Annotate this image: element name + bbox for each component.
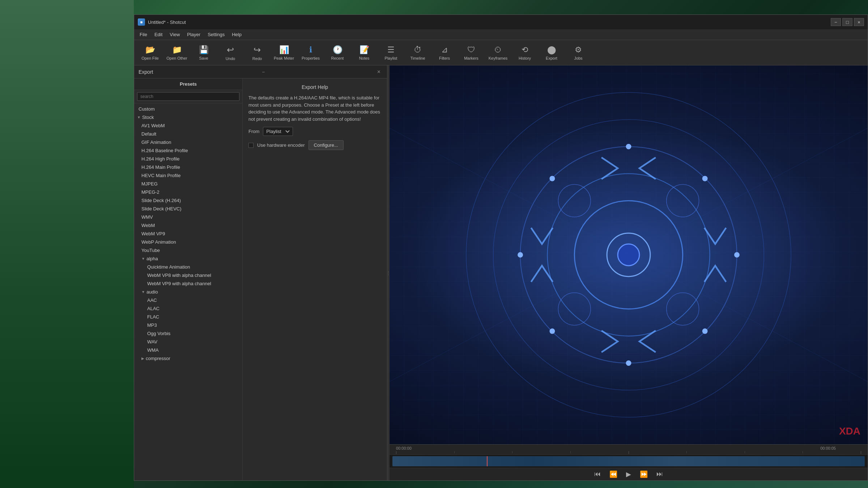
properties-icon: ℹ [309,45,312,55]
svg-point-8 [618,244,639,266]
title-bar: ■ Untitled* - Shotcut − □ × [134,15,868,29]
toolbar-export[interactable]: ⬤ Export [539,42,565,63]
preset-qt-animation[interactable]: Quicktime Animation [134,263,242,271]
toolbar-jobs[interactable]: ⚙ Jobs [565,42,591,63]
preset-category-stock[interactable]: ▼ Stock [134,113,242,121]
export-icon: ⬤ [547,45,556,55]
menu-settings[interactable]: Settings [204,30,228,39]
preset-hevc-main[interactable]: HEVC Main Profile [134,171,242,180]
toolbar-keyframes[interactable]: ⏲ Keyframes [485,42,511,63]
menu-help[interactable]: Help [228,30,245,39]
preset-wav[interactable]: WAV [134,338,242,346]
app-title: Untitled* - Shotcut [148,20,186,25]
minimize-button[interactable]: − [831,18,841,26]
watermark: XDA [839,425,860,437]
export-panel: Export − × Presets Custom [134,65,387,480]
svg-point-11 [734,252,740,258]
preset-webm-vp8-alpha[interactable]: WebM VP8 with alpha channel [134,271,242,279]
preset-slide-h264[interactable]: Slide Deck (H.264) [134,196,242,205]
toolbar-timeline[interactable]: ⏱ Timeline [405,42,431,63]
toolbar-redo[interactable]: ↪ Redo [244,42,270,63]
toolbar-open-file[interactable]: 📂 Open File [137,42,163,63]
panel-minimize-button[interactable]: − [260,68,267,76]
preset-webp-animation[interactable]: WebP Animation [134,238,242,246]
keyframes-icon: ⏲ [494,45,502,55]
preset-mpeg2[interactable]: MPEG-2 [134,188,242,196]
preset-av1-webm[interactable]: AV1 WebM [134,121,242,130]
toolbar-open-other[interactable]: 📁 Open Other [164,42,190,63]
jobs-label: Jobs [574,56,582,60]
export-from-select[interactable]: Playlist Timeline Clip [263,127,293,136]
svg-point-14 [549,329,555,334]
preset-category-alpha[interactable]: ▼ alpha [134,254,242,263]
toolbar-markers[interactable]: 🛡 Markers [458,42,484,63]
preset-wma[interactable]: WMA [134,346,242,354]
skip-forward-button[interactable]: ⏭ [655,469,664,479]
preset-mjpeg[interactable]: MJPEG [134,180,242,188]
menu-player[interactable]: Player [183,30,204,39]
preset-webm-vp9[interactable]: WebM VP9 [134,230,242,238]
toolbar-history[interactable]: ⟲ History [512,42,538,63]
toolbar-filters[interactable]: ⊿ Filters [431,42,458,63]
menu-edit[interactable]: Edit [151,30,166,39]
preset-slide-hevc[interactable]: Slide Deck (HEVC) [134,205,242,213]
preset-webm-vp9-alpha[interactable]: WebM VP9 with alpha channel [134,279,242,288]
step-forward-button[interactable]: ⏩ [638,469,649,480]
alpha-arrow-icon: ▼ [141,257,145,261]
save-label: Save [199,56,208,60]
step-back-button[interactable]: ⏪ [608,469,619,480]
preset-flac[interactable]: FLAC [134,313,242,321]
menu-view[interactable]: View [166,30,183,39]
presets-column: Presets Custom ▼ Stock [134,78,243,480]
stock-arrow-icon: ▼ [137,115,141,119]
close-button[interactable]: × [854,18,864,26]
hw-encoder-checkbox[interactable] [248,143,254,148]
preset-category-audio[interactable]: ▼ audio [134,288,242,296]
toolbar-recent[interactable]: 🕐 Recent [324,42,350,63]
toolbar-properties[interactable]: ℹ Properties [298,42,324,63]
svg-point-12 [702,329,708,334]
preset-webm[interactable]: WebM [134,221,242,230]
toolbar-peak-meter[interactable]: 📊 Peak Meter [271,42,297,63]
play-button[interactable]: ▶ [625,469,633,480]
skip-back-button[interactable]: ⏮ [593,469,602,479]
preset-default[interactable]: Default [134,130,242,138]
preset-h264-high[interactable]: H.264 High Profile [134,155,242,163]
svg-point-17 [667,184,699,217]
toolbar-save[interactable]: 💾 Save [191,42,217,63]
preset-h264-main[interactable]: H.264 Main Profile [134,163,242,171]
panel-close-button[interactable]: × [375,68,383,76]
preset-h264-baseline[interactable]: H.264 Baseline Profile [134,146,242,155]
toolbar: 📂 Open File 📁 Open Other 💾 Save ↩ Undo ↪… [134,40,868,65]
preset-category-compressor[interactable]: ▶ compressor [134,354,242,363]
svg-point-9 [626,144,631,149]
timeline-end-time: 00:00:05 [820,446,836,450]
preset-aac[interactable]: AAC [134,296,242,304]
toolbar-undo[interactable]: ↩ Undo [217,42,243,63]
right-side: XDA 00:00:00 00:00:05 [390,65,868,480]
preset-custom[interactable]: Custom [134,105,242,113]
preset-youtube[interactable]: YouTube [134,246,242,254]
open-other-label: Open Other [166,56,187,60]
timeline-playhead[interactable] [487,456,488,466]
svg-point-20 [558,293,591,325]
preset-gif-animation[interactable]: GIF Animation [134,138,242,146]
svg-rect-0 [390,65,868,444]
timeline-track-area[interactable] [390,455,868,468]
maximize-button[interactable]: □ [842,18,852,26]
preset-mp3[interactable]: MP3 [134,321,242,329]
export-help-title: Export Help [248,84,381,90]
preview-svg [390,65,868,444]
preset-ogg-vorbis[interactable]: Ogg Vorbis [134,329,242,338]
svg-point-15 [518,252,523,258]
timeline-controls: ⏮ ⏪ ▶ ⏩ ⏭ [390,468,868,480]
configure-button[interactable]: Configure... [309,140,344,150]
markers-icon: 🛡 [467,45,475,55]
presets-search-input[interactable] [137,92,239,101]
toolbar-notes[interactable]: 📝 Notes [351,42,377,63]
toolbar-playlist[interactable]: ☰ Playlist [378,42,404,63]
preset-wmv[interactable]: WMV [134,213,242,221]
menu-file[interactable]: File [136,30,151,39]
preset-alac[interactable]: ALAC [134,304,242,313]
timeline-track [392,456,865,466]
